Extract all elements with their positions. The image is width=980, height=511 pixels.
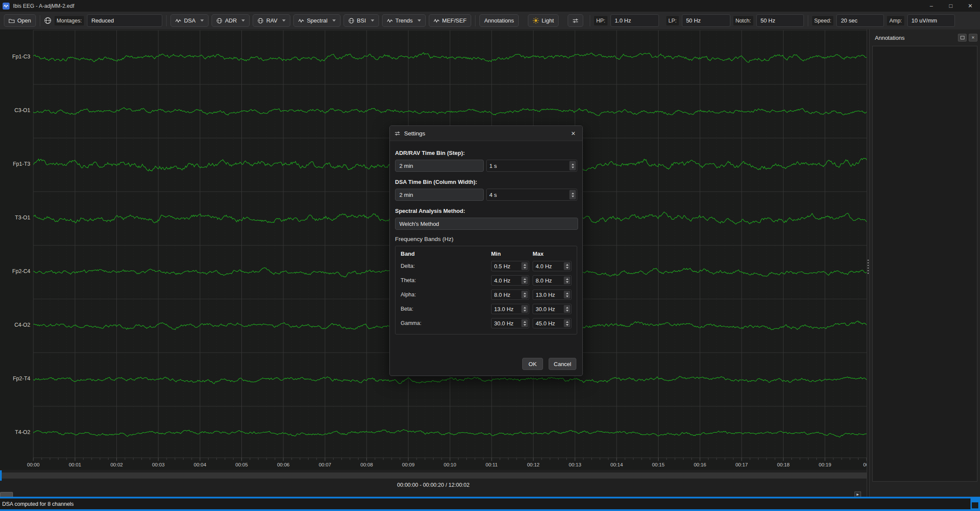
arrow-down-icon[interactable]: [524, 281, 526, 283]
annotations-button[interactable]: Annotations: [479, 14, 519, 27]
overview-nav-track[interactable]: [0, 472, 867, 479]
chevron-down-icon[interactable]: [418, 19, 421, 22]
alpha-max-spinner[interactable]: 13.0 Hz: [533, 289, 572, 300]
settings-dialog-titlebar[interactable]: Settings ✕: [390, 126, 582, 141]
delta-max-spinner[interactable]: 4.0 Hz: [533, 261, 572, 271]
hp-label: HP:: [594, 16, 607, 26]
dsa-bin-select[interactable]: 2 min: [395, 189, 484, 201]
bsi-button[interactable]: BSI: [344, 14, 379, 27]
arrow-down-icon[interactable]: [566, 281, 569, 283]
arrow-up-icon[interactable]: [566, 307, 569, 309]
minimize-button[interactable]: –: [922, 0, 941, 12]
beta-min-spinner[interactable]: 13.0 Hz: [491, 304, 529, 314]
arrow-down-icon[interactable]: [566, 310, 569, 312]
window-titlebar[interactable]: Ibis EEG - A-adjMM-2.edf – □ ✕: [0, 0, 980, 12]
mef-sef-button[interactable]: MEF/SEF: [429, 14, 471, 27]
arrow-up-icon[interactable]: [566, 264, 569, 266]
arrow-up-icon[interactable]: [566, 278, 569, 280]
arrow-up-icon[interactable]: [572, 164, 574, 165]
gamma-max-spinner[interactable]: 45.0 Hz: [533, 318, 572, 328]
arrow-up-icon[interactable]: [524, 292, 526, 294]
spectral-method-select[interactable]: Welch's Method: [395, 218, 578, 230]
adr-button[interactable]: ADR: [212, 14, 250, 27]
speed-input[interactable]: 20 sec: [836, 14, 884, 27]
chevron-down-icon[interactable]: [241, 19, 245, 22]
delta-min-spinner[interactable]: 0.5 Hz: [491, 261, 529, 271]
arrow-down-icon[interactable]: [566, 296, 569, 297]
panel-splitter[interactable]: [867, 29, 870, 497]
spinner-arrows[interactable]: [569, 190, 576, 199]
light-theme-button[interactable]: Light: [528, 14, 559, 27]
spinner-arrows[interactable]: [521, 319, 528, 327]
maximize-icon: □: [949, 3, 953, 9]
float-panel-button[interactable]: [958, 34, 967, 42]
theta-min-spinner[interactable]: 4.0 Hz: [491, 275, 529, 286]
arrow-down-icon[interactable]: [524, 267, 526, 269]
arrow-up-icon[interactable]: [524, 264, 526, 266]
spinner-arrows[interactable]: [521, 305, 528, 313]
spinner-arrows[interactable]: [564, 305, 570, 313]
arrow-down-icon[interactable]: [572, 167, 574, 168]
beta-max-spinner[interactable]: 30.0 Hz: [533, 304, 572, 314]
ok-button[interactable]: OK: [522, 358, 543, 370]
dialog-close-button[interactable]: ✕: [569, 129, 578, 138]
maximize-button[interactable]: □: [941, 0, 961, 12]
resize-grip[interactable]: [972, 502, 978, 508]
spinner-arrows[interactable]: [521, 291, 528, 299]
spinner-arrows[interactable]: [564, 276, 570, 284]
arrow-up-icon[interactable]: [524, 278, 526, 280]
lp-input[interactable]: 50 Hz: [682, 14, 730, 27]
arrow-down-icon[interactable]: [566, 267, 569, 269]
spinner-arrows[interactable]: [564, 319, 570, 327]
toolbar-separator: [590, 15, 590, 26]
spinner-arrows[interactable]: [564, 291, 570, 299]
chevron-down-icon[interactable]: [282, 19, 286, 22]
cancel-button[interactable]: Cancel: [549, 358, 576, 370]
close-panel-button[interactable]: ✕: [969, 34, 977, 42]
adr-rav-step-spinner[interactable]: 1 s: [486, 160, 577, 172]
arrow-down-icon[interactable]: [566, 324, 569, 326]
trends-button[interactable]: Trends: [382, 14, 426, 27]
amp-input[interactable]: 10 uV/mm: [907, 14, 955, 27]
arrow-up-icon[interactable]: [524, 321, 526, 323]
arrow-down-icon[interactable]: [524, 310, 526, 312]
time-axis-label: 00:09: [402, 462, 414, 467]
globe-icon[interactable]: [44, 17, 51, 24]
arrow-up-icon[interactable]: [566, 292, 569, 294]
arrow-down-icon[interactable]: [524, 324, 526, 326]
close-button[interactable]: ✕: [961, 0, 980, 12]
spinner-arrows[interactable]: [569, 161, 576, 170]
spinner-arrows[interactable]: [564, 262, 570, 270]
chevron-down-icon[interactable]: [332, 19, 336, 22]
spinner-arrows[interactable]: [521, 262, 528, 270]
rav-button[interactable]: RAV: [253, 14, 290, 27]
settings-button[interactable]: [568, 14, 583, 27]
waveform-icon: [175, 18, 181, 23]
theta-max-spinner[interactable]: 8.0 Hz: [533, 275, 572, 286]
montages-select[interactable]: Reduced: [87, 14, 162, 27]
chevron-down-icon[interactable]: [371, 19, 374, 22]
adr-rav-bin-select[interactable]: 2 min: [395, 160, 484, 172]
splitter-handle-icon[interactable]: [868, 260, 869, 274]
notch-input[interactable]: 50 Hz: [756, 14, 804, 27]
annotations-panel-header[interactable]: Annotations ✕: [870, 29, 980, 46]
arrow-up-icon[interactable]: [524, 307, 526, 309]
dsa-button[interactable]: DSA: [170, 14, 209, 27]
channel-label: Fp2-C4: [0, 268, 30, 274]
theta-min-value: 4.0 Hz: [492, 276, 521, 285]
alpha-min-spinner[interactable]: 8.0 Hz: [491, 289, 529, 300]
spinner-arrows[interactable]: [521, 276, 528, 284]
arrow-up-icon[interactable]: [572, 193, 574, 194]
hp-input[interactable]: 1.0 Hz: [610, 14, 659, 27]
gamma-min-spinner[interactable]: 30.0 Hz: [491, 318, 529, 328]
toolbar-separator: [475, 15, 476, 26]
arrow-down-icon[interactable]: [572, 196, 574, 197]
open-button[interactable]: Open: [4, 14, 36, 27]
spectral-method-label: Spectral Analysis Method:: [395, 208, 577, 214]
dsa-step-spinner[interactable]: 4 s: [486, 189, 577, 201]
arrow-down-icon[interactable]: [524, 296, 526, 297]
spectral-button[interactable]: Spectral: [293, 14, 341, 27]
chevron-down-icon[interactable]: [200, 19, 204, 22]
position-marker[interactable]: [0, 470, 2, 481]
arrow-up-icon[interactable]: [566, 321, 569, 323]
